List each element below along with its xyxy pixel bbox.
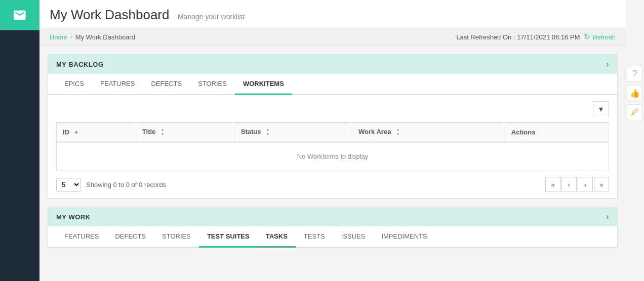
refresh-label: Refresh bbox=[592, 33, 616, 41]
tab-work-defects[interactable]: DEFECTS bbox=[107, 226, 154, 248]
tab-epics[interactable]: EPICS bbox=[56, 74, 92, 95]
breadcrumb-bar: Home › My Work Dashboard Last Refreshed … bbox=[39, 28, 626, 46]
help-icon-btn[interactable]: ? bbox=[627, 66, 643, 82]
page-size-area: 5 10 25 Showing 0 to 0 of 0 records bbox=[56, 178, 166, 192]
tab-tasks[interactable]: TASKS bbox=[258, 226, 296, 248]
workitems-table: ID ▼ Title ▲▼ bbox=[56, 122, 609, 171]
refresh-button[interactable]: ↻ Refresh bbox=[584, 32, 616, 41]
tab-issues[interactable]: ISSUES bbox=[333, 226, 374, 248]
col-actions: Actions bbox=[505, 123, 609, 143]
pagination-row: 5 10 25 Showing 0 to 0 of 0 records « ‹ … bbox=[56, 177, 609, 192]
col-work-area[interactable]: Work Area ▲▼ bbox=[352, 123, 505, 143]
backlog-table-area: ▼ ID ▼ Title bbox=[48, 95, 617, 198]
last-refreshed-text: Last Refreshed On : 17/11/2021 06:16 PM bbox=[456, 33, 580, 41]
pagination-buttons: « ‹ › » bbox=[545, 177, 609, 192]
tab-features[interactable]: FEATURES bbox=[92, 74, 143, 95]
like-icon-btn[interactable]: 👍 bbox=[627, 85, 643, 101]
work-card-header: MY WORK › bbox=[48, 207, 617, 226]
showing-text: Showing 0 to 0 of 0 records bbox=[86, 181, 166, 189]
title-sort: ▲▼ bbox=[160, 128, 165, 136]
page-subtitle: Manage your worklist bbox=[178, 13, 245, 21]
content-body: MY BACKLOG › EPICS FEATURES DEFECTS STOR… bbox=[39, 46, 626, 281]
tab-impediments[interactable]: IMPEDIMENTS bbox=[373, 226, 435, 248]
tab-work-features[interactable]: FEATURES bbox=[56, 226, 107, 248]
next-page-btn[interactable]: › bbox=[578, 177, 593, 192]
no-data-row: No WorkItems to display bbox=[57, 142, 609, 171]
backlog-tabs: EPICS FEATURES DEFECTS STORIES WORKITEMS bbox=[48, 74, 617, 95]
page-title: My Work Dashboard bbox=[50, 7, 170, 22]
status-sort: ▲▼ bbox=[266, 128, 270, 136]
breadcrumb-separator: › bbox=[70, 33, 72, 40]
tab-test-suites[interactable]: TEST SUITES bbox=[199, 226, 258, 248]
breadcrumb-home-link[interactable]: Home bbox=[50, 33, 67, 41]
breadcrumb-current: My Work Dashboard bbox=[75, 33, 135, 41]
breadcrumb: Home › My Work Dashboard bbox=[50, 33, 135, 41]
backlog-collapse-arrow[interactable]: › bbox=[606, 60, 609, 69]
last-page-btn[interactable]: » bbox=[594, 177, 609, 192]
col-title[interactable]: Title ▲▼ bbox=[136, 123, 234, 143]
edit-icon-btn[interactable]: 🖊 bbox=[627, 104, 643, 120]
tab-work-stories[interactable]: STORIES bbox=[154, 226, 199, 248]
tab-tests[interactable]: TESTS bbox=[296, 226, 333, 248]
first-page-btn[interactable]: « bbox=[545, 177, 560, 192]
refresh-area: Last Refreshed On : 17/11/2021 06:16 PM … bbox=[456, 32, 616, 41]
filter-button[interactable]: ▼ bbox=[593, 101, 609, 117]
col-status[interactable]: Status ▲▼ bbox=[234, 123, 352, 143]
prev-page-btn[interactable]: ‹ bbox=[561, 177, 577, 192]
no-data-message: No WorkItems to display bbox=[57, 142, 609, 171]
right-panel: ? 👍 🖊 bbox=[626, 0, 644, 281]
backlog-card: MY BACKLOG › EPICS FEATURES DEFECTS STOR… bbox=[48, 54, 618, 199]
work-tabs: FEATURES DEFECTS STORIES TEST SUITES TAS… bbox=[48, 226, 617, 248]
sidebar-inbox-icon[interactable] bbox=[0, 0, 39, 30]
refresh-icon: ↻ bbox=[584, 32, 590, 41]
sidebar bbox=[0, 0, 39, 281]
tab-defects[interactable]: DEFECTS bbox=[143, 74, 190, 95]
work-collapse-arrow[interactable]: › bbox=[606, 212, 609, 221]
work-card: MY WORK › FEATURES DEFECTS STORIES TEST … bbox=[48, 207, 618, 248]
page-size-select[interactable]: 5 10 25 bbox=[56, 178, 81, 192]
main-content: My Work Dashboard Manage your worklist H… bbox=[39, 0, 626, 281]
backlog-card-header: MY BACKLOG › bbox=[48, 55, 617, 74]
backlog-title: MY BACKLOG bbox=[56, 61, 104, 68]
filter-row: ▼ bbox=[56, 101, 609, 117]
col-id[interactable]: ID ▼ bbox=[57, 123, 136, 143]
work-area-sort: ▲▼ bbox=[396, 128, 400, 136]
tab-stories[interactable]: STORIES bbox=[190, 74, 235, 95]
id-sort: ▼ bbox=[74, 131, 78, 135]
filter-icon: ▼ bbox=[597, 105, 605, 113]
inbox-icon bbox=[13, 8, 27, 22]
work-title: MY WORK bbox=[56, 213, 91, 221]
tab-workitems[interactable]: WORKITEMS bbox=[235, 74, 292, 95]
page-header: My Work Dashboard Manage your worklist bbox=[39, 0, 626, 28]
